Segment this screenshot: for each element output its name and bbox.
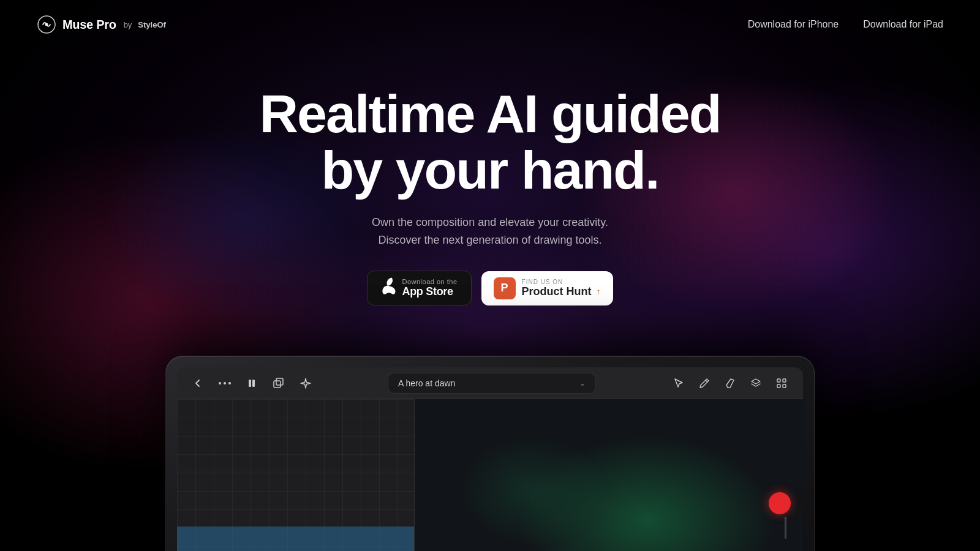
layers-tool[interactable]: [747, 374, 765, 392]
sparkle-button[interactable]: [297, 375, 314, 392]
svg-rect-6: [252, 380, 255, 387]
toolbar-center: A hero at dawn ⌄: [388, 373, 596, 394]
svg-point-4: [228, 382, 231, 384]
download-ipad-link[interactable]: Download for iPad: [863, 19, 943, 30]
eraser-tool[interactable]: [721, 374, 739, 392]
svg-rect-10: [783, 379, 786, 382]
svg-point-2: [219, 382, 221, 384]
appstore-button[interactable]: Download on the App Store: [367, 271, 471, 305]
producthunt-button[interactable]: P FIND US ON Product Hunt ↑: [481, 271, 613, 305]
device-area: A hero at dawn ⌄: [165, 356, 815, 551]
toolbar-right: [669, 374, 791, 392]
record-slider[interactable]: [785, 517, 786, 539]
ph-text: FIND US ON Product Hunt ↑: [522, 279, 601, 298]
logo-company: StyleOf: [138, 20, 166, 29]
ph-logo-icon: P: [494, 277, 516, 299]
pause-button[interactable]: [243, 375, 260, 392]
appstore-label: App Store: [402, 285, 453, 298]
hero-title: Realtime AI guided by your hand.: [260, 86, 721, 199]
canvas-right: [415, 399, 803, 551]
cursor-tool[interactable]: [669, 374, 688, 392]
nav-links: Download for iPhone Download for iPad: [748, 19, 943, 30]
canvas-timeline-bar: [177, 527, 414, 551]
appstore-small: Download on the: [402, 278, 457, 285]
svg-rect-9: [777, 379, 780, 382]
svg-rect-12: [783, 384, 786, 388]
ph-small: FIND US ON: [522, 279, 564, 285]
app-toolbar: A hero at dawn ⌄: [177, 367, 803, 399]
canvas-right-bg: [415, 399, 803, 551]
apple-icon: [381, 277, 396, 299]
prompt-bar[interactable]: A hero at dawn ⌄: [388, 373, 596, 394]
expand-tool[interactable]: [772, 374, 791, 392]
svg-rect-8: [274, 381, 281, 388]
hero-subtitle: Own the composition and elevate your cre…: [372, 214, 608, 249]
cta-buttons: Download on the App Store P FIND US ON P…: [367, 271, 612, 305]
hero-title-line1: Realtime AI guided: [260, 83, 721, 144]
record-button[interactable]: [769, 492, 791, 514]
toolbar-left: [189, 375, 314, 392]
prompt-chevron-icon: ⌄: [579, 379, 586, 388]
svg-rect-5: [249, 380, 251, 387]
prompt-text: A hero at dawn: [398, 378, 455, 388]
pen-tool[interactable]: [695, 374, 714, 392]
ph-label: Product Hunt ↑: [522, 285, 601, 298]
canvas-left: [177, 399, 415, 551]
navbar: Muse Pro by StyleOf Download for iPhone …: [0, 0, 980, 49]
hero-subtitle-line2: Discover the next generation of drawing …: [378, 234, 601, 246]
logo-area: Muse Pro by StyleOf: [37, 15, 166, 34]
svg-rect-7: [276, 378, 283, 385]
hero-section: Realtime AI guided by your hand. Own the…: [0, 49, 980, 305]
appstore-text: Download on the App Store: [402, 278, 457, 298]
hero-title-line2: by your hand.: [322, 140, 659, 200]
hero-subtitle-line1: Own the composition and elevate your cre…: [372, 216, 608, 228]
logo-name: Muse Pro: [62, 18, 116, 32]
svg-rect-11: [777, 384, 780, 388]
ipad-outer: A hero at dawn ⌄: [165, 356, 815, 551]
svg-point-1: [45, 23, 48, 26]
logo-by: by: [124, 20, 132, 29]
back-button[interactable]: [189, 375, 206, 392]
ipad-screen: A hero at dawn ⌄: [177, 367, 803, 551]
logo-icon: [37, 15, 56, 34]
ph-arrow-icon: ↑: [597, 287, 601, 296]
svg-point-3: [224, 382, 226, 384]
download-iphone-link[interactable]: Download for iPhone: [748, 19, 839, 30]
copy-layers-button[interactable]: [270, 375, 287, 392]
canvas-area: [177, 399, 803, 551]
more-options-button[interactable]: [216, 375, 233, 392]
